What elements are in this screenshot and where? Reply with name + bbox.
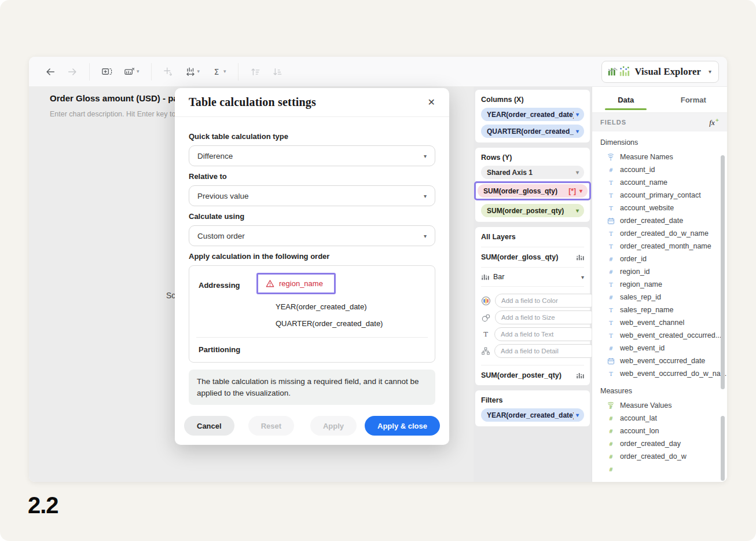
chevron-down-icon[interactable]: ▾ — [576, 412, 579, 418]
shelf-field-input[interactable] — [495, 294, 597, 308]
encoding-shelf-row — [481, 310, 584, 324]
dimension-field-item[interactable]: T web_event_created_occurred... — [592, 329, 727, 342]
svg-text:#: # — [608, 454, 613, 460]
transpose-icon[interactable]: ▾ — [162, 65, 175, 78]
missing-field-badge: [*] — [568, 187, 576, 195]
measure-field-item[interactable]: # account_lat — [592, 412, 727, 425]
dimension-field-item[interactable]: # region_id — [592, 265, 727, 278]
chevron-down-icon[interactable]: ▾ — [576, 111, 579, 118]
gloss-qty-pill[interactable]: SUM(order_gloss_qty) [*] ▾ — [478, 184, 588, 198]
column-pill[interactable]: QUARTER(order_created_... ▾ — [481, 125, 584, 138]
remove-chart-icon[interactable]: ▾ — [123, 65, 141, 78]
chevron-down-icon[interactable]: ▾ — [579, 188, 582, 194]
measure-field-item[interactable]: # order_created_day — [592, 437, 727, 450]
order-field[interactable]: QUARTER(order_created_date) — [256, 319, 425, 328]
tab-data[interactable]: Data — [592, 87, 660, 112]
dimension-field-item[interactable]: T sales_rep_name — [592, 304, 727, 316]
svg-text:T: T — [609, 180, 613, 186]
dimension-field-item[interactable]: # order_id — [592, 253, 727, 265]
dimension-field-item[interactable]: T web_event_occurred_do_w_na... — [592, 367, 727, 380]
tab-format[interactable]: Format — [660, 87, 728, 112]
dimensions-scrollbar[interactable] — [721, 155, 725, 389]
axis-scale-icon[interactable]: ▾ — [184, 65, 201, 78]
columns-shelf-title: Columns (X) — [481, 96, 584, 104]
svg-text:#: # — [608, 415, 613, 422]
dimension-field-item[interactable]: T order_created_do_w_name — [592, 227, 727, 240]
encoding-shelves: T — [481, 287, 584, 365]
dimension-field-item[interactable]: T region_name — [592, 278, 727, 291]
svg-text:T: T — [609, 371, 613, 377]
calculate-using-select[interactable]: Custom order ▾ — [189, 225, 435, 246]
dimension-field-item[interactable]: # sales_rep_id — [592, 291, 727, 304]
measure-field-item[interactable]: # — [592, 463, 727, 476]
dimension-field-item[interactable]: # web_event_id — [592, 342, 727, 354]
relative-to-label: Relative to — [189, 172, 435, 181]
forward-arrow-icon[interactable]: ▾ — [66, 65, 79, 78]
svg-text:Σ: Σ — [214, 67, 219, 76]
dimension-field-item[interactable]: # account_id — [592, 163, 727, 176]
cancel-button[interactable]: Cancel — [184, 416, 234, 436]
chevron-down-icon[interactable]: ▾ — [576, 128, 579, 134]
text-icon: T — [607, 332, 615, 339]
shared-axis-pill[interactable]: Shared Axis 1 ▾ — [481, 166, 584, 179]
measures-label: Measures — [600, 387, 727, 395]
order-section-label: Apply calculation in the following order — [189, 252, 435, 261]
apply-close-button[interactable]: Apply & close — [365, 416, 440, 436]
measure-field-item[interactable]: # Measure Values — [592, 399, 727, 412]
dimension-field-item[interactable]: order_created_date — [592, 214, 727, 227]
dimension-field-item[interactable]: T account_name — [592, 176, 727, 189]
chart-description-placeholder[interactable]: Enter chart description. Hit Enter key t… — [50, 110, 185, 118]
dimension-field-item[interactable]: T account_website — [592, 202, 727, 214]
missing-field-highlight[interactable]: region_name — [256, 273, 336, 294]
dimensions-list: T Measure Names # account_id T account_n… — [592, 151, 727, 380]
measures-scrollbar[interactable] — [721, 416, 725, 481]
dimension-field-item[interactable]: T Measure Names — [592, 151, 727, 163]
duplicate-chart-icon[interactable]: ▾ — [100, 65, 113, 78]
chevron-down-icon[interactable]: ▾ — [576, 169, 579, 176]
back-arrow-icon[interactable]: ▾ — [44, 65, 57, 78]
aggregate-sigma-icon[interactable]: Σ ▾ — [210, 65, 227, 78]
columns-shelf: Columns (X) YEAR(order_created_date) ▾ Q… — [475, 90, 590, 142]
add-calculated-field-icon[interactable]: fx+ — [709, 116, 719, 127]
filters-shelf-title: Filters — [481, 396, 584, 404]
shelf-field-input[interactable] — [494, 327, 596, 341]
mini-bars-icon — [576, 371, 584, 379]
shelf-field-input[interactable] — [495, 310, 597, 324]
detail-icon — [481, 346, 490, 356]
sort-ascending-icon[interactable]: ▾ — [249, 65, 262, 78]
measure-field-item[interactable]: # account_lon — [592, 425, 727, 437]
dimension-field-item[interactable]: T web_event_channel — [592, 316, 727, 329]
column-pill[interactable]: YEAR(order_created_date) ▾ — [481, 108, 584, 121]
number-icon: # — [607, 345, 615, 352]
dimension-field-item[interactable]: T account_primary_contact — [592, 189, 727, 202]
number-icon: # — [607, 466, 615, 473]
measure-field-item[interactable]: # order_created_do_w — [592, 450, 727, 463]
encoding-shelf-row: T — [481, 327, 584, 341]
order-field[interactable]: YEAR(order_created_date) — [256, 302, 425, 311]
svg-text:#: # — [608, 428, 613, 434]
filter-pill[interactable]: YEAR(order_created_date) ▾ — [481, 408, 584, 422]
figure-caption: 2.2 — [28, 492, 58, 518]
close-icon[interactable]: ✕ — [425, 94, 438, 110]
apply-button[interactable]: Apply — [310, 416, 357, 436]
chart-title[interactable]: Order Gloss amount (USD) - pane — [50, 93, 188, 103]
calc-type-select[interactable]: Difference ▾ — [189, 145, 435, 166]
relative-to-select[interactable]: Previous value ▾ — [189, 185, 435, 206]
encoding-shelf-row — [481, 294, 584, 308]
toolbar-group-sort: ▾ ▾ — [238, 65, 294, 78]
layer-poster-row[interactable]: SUM(order_poster_qty) — [481, 365, 584, 385]
chevron-down-icon[interactable]: ▾ — [576, 207, 579, 214]
dimension-field-item[interactable]: T order_created_month_name — [592, 240, 727, 253]
svg-text:#: # — [608, 294, 613, 301]
sort-descending-icon[interactable]: ▾ — [271, 65, 284, 78]
svg-text:T: T — [609, 307, 613, 313]
all-layers-card: All Layers SUM(order_gloss_qty) Bar ▾ — [475, 227, 590, 385]
poster-qty-pill[interactable]: SUM(order_poster_qty) ▾ — [481, 204, 584, 217]
layer-gloss-row[interactable]: SUM(order_gloss_qty) — [481, 247, 584, 268]
reset-button[interactable]: Reset — [248, 416, 294, 436]
visual-explorer-button[interactable]: Visual Explorer ▾ — [601, 61, 719, 83]
dimension-field-item[interactable]: web_event_occurred_date — [592, 354, 727, 367]
mark-type-select[interactable]: Bar ▾ — [481, 268, 584, 287]
shelf-field-input[interactable] — [494, 344, 596, 358]
order-field-list: YEAR(order_created_date) QUARTER(order_c… — [256, 302, 425, 328]
